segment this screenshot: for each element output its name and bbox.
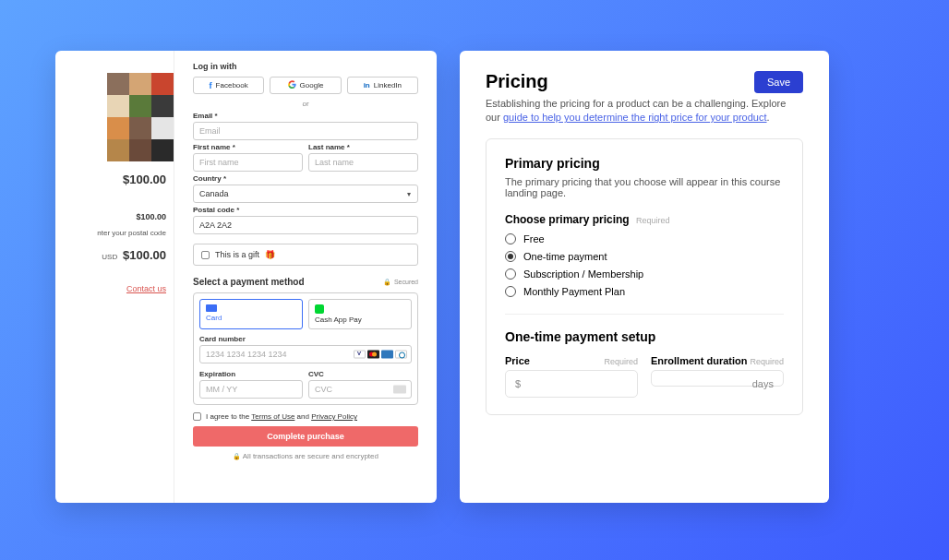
thumb — [107, 117, 129, 139]
page-title: Pricing — [486, 71, 548, 92]
gift-label: This is a gift — [215, 250, 259, 259]
radio-icon — [505, 286, 516, 297]
or-divider: or — [193, 100, 418, 108]
thumb — [129, 73, 151, 95]
login-linkedin-button[interactable]: in LinkedIn — [347, 77, 418, 94]
email-label: Email * — [193, 112, 418, 120]
secure-note: All transactions are secure and encrypte… — [193, 452, 418, 460]
required-tag: Required — [750, 357, 784, 366]
price-label: Price — [505, 355, 530, 366]
thumb — [151, 95, 174, 117]
line-price: $100.00 — [55, 173, 174, 186]
cvc-label: CVC — [308, 370, 412, 378]
visa-icon — [354, 351, 366, 359]
product-summary-sliver: rning $100.00 $100.00 nter — [55, 51, 174, 503]
last-name-field[interactable] — [308, 153, 418, 172]
country-label: Country * — [193, 174, 418, 183]
thumb — [151, 73, 174, 95]
pricing-option-monthly[interactable]: Monthly Payment Plan — [505, 286, 784, 297]
thumb — [151, 117, 174, 139]
thumb — [107, 139, 129, 161]
currency-prefix: $ — [515, 378, 521, 389]
radio-icon — [505, 251, 516, 262]
card-icon — [206, 304, 217, 312]
choose-pricing-label: Choose primary pricing Required — [505, 213, 784, 226]
thumb — [129, 139, 151, 161]
card-number-label: Card number — [199, 335, 412, 343]
social-label: LinkedIn — [374, 81, 402, 89]
currency-label: USD — [102, 253, 117, 261]
payment-method-box: Card Cash App Pay Card number — [193, 292, 418, 405]
pricing-radio-group: Free One-time payment Subscription / Mem… — [505, 233, 784, 297]
gift-checkbox-row[interactable]: This is a gift — [193, 244, 418, 266]
payment-option-cashapp[interactable]: Cash App Pay — [308, 299, 412, 329]
mastercard-icon — [367, 351, 379, 359]
required-tag: Required — [604, 357, 638, 366]
payment-option-card[interactable]: Card — [199, 299, 303, 329]
postal-label: Postal code * — [193, 206, 418, 214]
setup-title: One-time payment setup — [505, 329, 784, 344]
gift-icon — [265, 250, 275, 259]
panel-title: Primary pricing — [505, 156, 784, 171]
divider — [505, 314, 784, 315]
social-label: Facebook — [216, 81, 248, 89]
thumb — [107, 95, 129, 117]
postal-hint-partial: nter your postal code — [55, 229, 174, 237]
total-amount: $100.00 — [123, 248, 166, 262]
price-input[interactable]: $ — [505, 370, 638, 398]
login-facebook-button[interactable]: f Facebook — [193, 77, 264, 94]
days-suffix: days — [752, 378, 774, 389]
radio-icon — [505, 233, 516, 244]
first-name-field[interactable] — [193, 153, 303, 172]
thumb — [151, 139, 174, 161]
gift-checkbox[interactable] — [201, 251, 210, 259]
first-name-label: First name * — [193, 143, 303, 151]
pricing-option-subscription[interactable]: Subscription / Membership — [505, 268, 784, 280]
google-icon — [288, 80, 296, 90]
duration-input[interactable]: days — [651, 370, 784, 387]
panel-subtitle: The primary pricing that you choose will… — [505, 176, 784, 198]
thumb — [129, 117, 151, 139]
postal-field[interactable] — [193, 216, 418, 234]
cvc-hint-icon — [393, 386, 406, 394]
social-label: Google — [300, 81, 324, 89]
pricing-option-one-time[interactable]: One-time payment — [505, 251, 784, 262]
expiration-field[interactable] — [199, 380, 303, 399]
expiration-label: Expiration — [199, 370, 303, 378]
complete-purchase-button[interactable]: Complete purchase — [193, 426, 418, 447]
terms-link[interactable]: Terms of Use — [251, 412, 294, 421]
agree-checkbox[interactable] — [193, 412, 201, 421]
thumb — [129, 95, 151, 117]
login-with-label: Log in with — [193, 62, 418, 71]
lock-icon — [233, 452, 241, 460]
product-thumbnails — [107, 73, 174, 161]
last-name-label: Last name * — [308, 143, 418, 151]
subtotal: $100.00 — [55, 212, 174, 221]
thumb — [107, 73, 129, 95]
primary-pricing-panel: Primary pricing The primary pricing that… — [486, 138, 803, 415]
radio-icon — [505, 268, 516, 280]
contact-us-link[interactable]: Contact us — [55, 284, 174, 293]
amex-icon — [381, 351, 393, 359]
login-google-button[interactable]: Google — [270, 77, 341, 94]
email-field[interactable] — [193, 122, 418, 140]
total-row: USD $100.00 — [55, 248, 174, 262]
lock-icon — [383, 279, 391, 286]
pricing-settings-card: Pricing Save Establishing the pricing fo… — [460, 51, 829, 503]
country-select[interactable] — [193, 185, 418, 203]
card-brand-icons — [354, 351, 407, 359]
cashapp-icon — [315, 304, 324, 314]
checkout-form: Log in with f Facebook Google in LinkedI… — [174, 51, 437, 503]
pricing-description: Establishing the pricing for a product c… — [486, 97, 803, 125]
agree-terms-row: I agree to the Terms of Use and Privacy … — [193, 412, 418, 421]
secured-badge: Secured — [383, 279, 418, 286]
pricing-option-free[interactable]: Free — [505, 233, 784, 244]
diners-icon — [395, 351, 407, 359]
checkout-preview-card: rning $100.00 $100.00 nter — [55, 51, 437, 503]
facebook-icon: f — [210, 81, 212, 90]
linkedin-icon: in — [364, 81, 370, 89]
pricing-guide-link[interactable]: guide to help you determine the right pr… — [503, 112, 767, 123]
privacy-link[interactable]: Privacy Policy — [311, 412, 357, 421]
save-button[interactable]: Save — [754, 71, 803, 93]
product-title-partial: rning — [55, 58, 174, 69]
